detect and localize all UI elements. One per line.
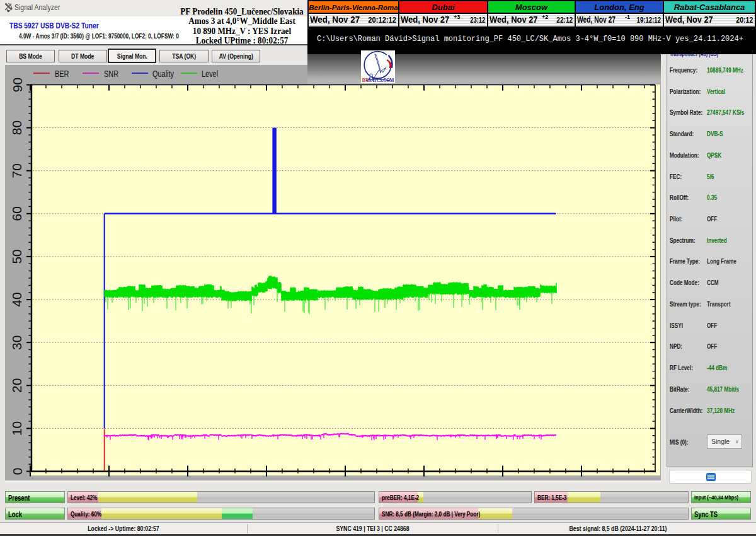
svg-text:0: 0 — [10, 468, 25, 475]
svg-text:30: 30 — [10, 335, 25, 350]
svg-text:40: 40 — [10, 292, 25, 306]
svg-text:20: 20 — [10, 378, 25, 393]
svg-text:90: 90 — [10, 78, 25, 92]
svg-text:70: 70 — [10, 163, 25, 178]
svg-text:DXSATCS.COM: DXSATCS.COM — [362, 78, 394, 83]
svg-text:80: 80 — [10, 120, 25, 135]
svg-text:10: 10 — [10, 421, 25, 436]
svg-text:50: 50 — [10, 249, 25, 264]
svg-text:60: 60 — [10, 206, 25, 221]
